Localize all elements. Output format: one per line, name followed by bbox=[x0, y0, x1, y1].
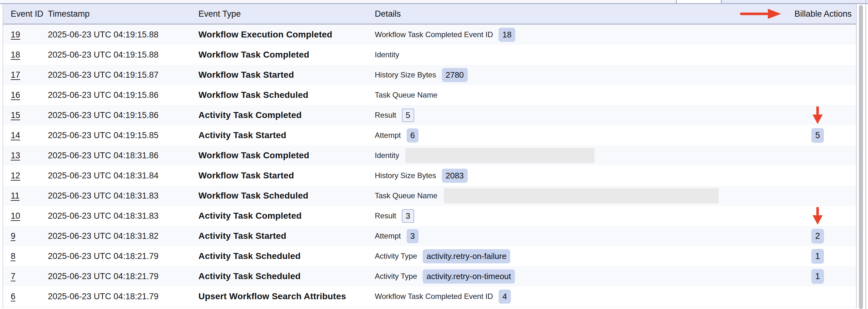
event-history-table: Event ID Timestamp Event Type Details Bi… bbox=[2, 4, 857, 308]
header-details: Details bbox=[375, 9, 779, 19]
annotation-arrow-right-icon bbox=[740, 4, 781, 24]
event-details: Workflow Task Completed Event ID 4 bbox=[375, 289, 779, 304]
billable-actions-cell: 1 bbox=[779, 266, 856, 286]
event-id-link[interactable]: 13 bbox=[11, 151, 20, 160]
event-id-link[interactable]: 14 bbox=[11, 131, 20, 140]
table-body: 19 2025-06-23 UTC 04:19:15.88 Workflow E… bbox=[3, 25, 856, 307]
event-details: Attempt 3 bbox=[375, 229, 779, 243]
event-details: Task Queue Name bbox=[375, 188, 779, 203]
table-row: 16 2025-06-23 UTC 04:19:15.86 Workflow T… bbox=[3, 85, 856, 105]
detail-label: Identity bbox=[375, 151, 399, 160]
detail-label: Workflow Task Completed Event ID bbox=[375, 292, 493, 301]
detail-value-badge: 6 bbox=[407, 128, 418, 142]
header-event-id: Event ID bbox=[3, 9, 48, 19]
table-row: 10 2025-06-23 UTC 04:18:31.83 Activity T… bbox=[3, 206, 856, 226]
annotation-arrow-down-icon bbox=[812, 207, 823, 225]
detail-label: History Size Bytes bbox=[375, 70, 436, 79]
timestamp-text: 2025-06-23 UTC 04:18:21.79 bbox=[48, 251, 158, 261]
detail-label: Result bbox=[375, 211, 396, 220]
event-type-text: Activity Task Completed bbox=[198, 211, 302, 220]
timestamp-text: 2025-06-23 UTC 04:19:15.85 bbox=[48, 131, 158, 140]
redacted-value-block bbox=[405, 148, 594, 163]
event-id-link[interactable]: 19 bbox=[11, 30, 20, 39]
event-details: Task Queue Name bbox=[375, 91, 779, 99]
table-row: 13 2025-06-23 UTC 04:18:31.86 Workflow T… bbox=[3, 145, 856, 166]
timestamp-text: 2025-06-23 UTC 04:18:31.83 bbox=[48, 211, 158, 220]
detail-value-badge: 2780 bbox=[442, 68, 468, 82]
event-id-link[interactable]: 18 bbox=[11, 50, 20, 60]
billable-actions-cell bbox=[779, 45, 856, 65]
timestamp-text: 2025-06-23 UTC 04:18:21.79 bbox=[48, 272, 158, 281]
event-details: Identity bbox=[375, 50, 779, 59]
event-id-link[interactable]: 7 bbox=[11, 272, 16, 281]
event-details: Identity bbox=[375, 148, 779, 163]
event-id-link[interactable]: 17 bbox=[11, 70, 20, 80]
timestamp-text: 2025-06-23 UTC 04:18:31.84 bbox=[48, 171, 158, 180]
timestamp-text: 2025-06-23 UTC 04:18:31.82 bbox=[48, 231, 158, 241]
billable-actions-cell: 1 bbox=[779, 246, 856, 266]
event-id-link[interactable]: 12 bbox=[11, 171, 20, 180]
table-row: 6 2025-06-23 UTC 04:18:21.79 Upsert Work… bbox=[3, 286, 856, 307]
detail-label: History Size Bytes bbox=[375, 171, 436, 180]
event-id-link[interactable]: 8 bbox=[11, 251, 16, 261]
table-row: 11 2025-06-23 UTC 04:18:31.83 Workflow T… bbox=[3, 186, 856, 206]
detail-label: Task Queue Name bbox=[375, 191, 437, 200]
strip-segment-left bbox=[0, 0, 676, 3]
detail-label: Activity Type bbox=[375, 272, 417, 281]
detail-label: Result bbox=[375, 111, 396, 119]
strip-segment-middle bbox=[676, 0, 722, 3]
billable-actions-cell bbox=[779, 166, 856, 186]
detail-value-badge: 2083 bbox=[442, 169, 468, 183]
billable-actions-cell bbox=[779, 85, 856, 105]
timestamp-text: 2025-06-23 UTC 04:18:31.86 bbox=[48, 151, 158, 160]
event-details: Workflow Task Completed Event ID 18 bbox=[375, 28, 779, 42]
event-type-text: Workflow Task Scheduled bbox=[198, 191, 308, 200]
table-row: 19 2025-06-23 UTC 04:19:15.88 Workflow E… bbox=[3, 25, 856, 45]
header-event-type: Event Type bbox=[198, 9, 375, 19]
billable-actions-cell bbox=[779, 25, 856, 45]
window-right-edge bbox=[866, 0, 866, 309]
table-row: 17 2025-06-23 UTC 04:19:15.87 Workflow T… bbox=[3, 65, 856, 85]
billable-actions-cell: 5 bbox=[779, 125, 856, 145]
event-type-text: Activity Task Scheduled bbox=[198, 271, 301, 281]
detail-value-badge: 5 bbox=[402, 109, 414, 122]
timestamp-text: 2025-06-23 UTC 04:19:15.86 bbox=[48, 110, 158, 120]
event-details: History Size Bytes 2780 bbox=[375, 68, 779, 82]
event-id-link[interactable]: 16 bbox=[11, 90, 20, 100]
strip-segment-right bbox=[722, 0, 868, 3]
event-type-text: Workflow Execution Completed bbox=[198, 30, 332, 39]
event-id-link[interactable]: 9 bbox=[11, 231, 16, 241]
event-type-text: Workflow Task Started bbox=[198, 70, 294, 80]
table-header-row: Event ID Timestamp Event Type Details Bi… bbox=[3, 4, 856, 25]
event-details: Activity Type activity.retry-on-failure bbox=[375, 249, 779, 263]
detail-value-badge: activity.retry-on-failure bbox=[423, 249, 510, 263]
event-type-text: Workflow Task Completed bbox=[198, 50, 309, 60]
billable-actions-cell bbox=[779, 206, 856, 226]
event-id-link[interactable]: 11 bbox=[11, 191, 20, 200]
event-details: Result 5 bbox=[375, 109, 779, 122]
event-type-text: Workflow Task Completed bbox=[198, 150, 309, 160]
event-type-text: Activity Task Started bbox=[198, 130, 286, 140]
detail-label: Attempt bbox=[375, 232, 401, 240]
vertical-scrollbar[interactable] bbox=[859, 5, 863, 309]
timestamp-text: 2025-06-23 UTC 04:19:15.86 bbox=[48, 90, 158, 100]
billable-count-badge: 2 bbox=[811, 229, 824, 244]
event-type-text: Workflow Task Started bbox=[198, 171, 294, 180]
timestamp-text: 2025-06-23 UTC 04:18:31.83 bbox=[48, 191, 158, 200]
event-type-text: Activity Task Scheduled bbox=[198, 251, 301, 261]
timestamp-text: 2025-06-23 UTC 04:19:15.88 bbox=[48, 50, 158, 60]
table-row: 12 2025-06-23 UTC 04:18:31.84 Workflow T… bbox=[3, 166, 856, 186]
billable-actions-cell bbox=[779, 286, 856, 307]
event-id-link[interactable]: 6 bbox=[11, 292, 16, 301]
detail-label: Workflow Task Completed Event ID bbox=[375, 30, 493, 39]
event-id-link[interactable]: 15 bbox=[11, 110, 20, 120]
table-row: 8 2025-06-23 UTC 04:18:21.79 Activity Ta… bbox=[3, 246, 856, 266]
event-type-text: Activity Task Completed bbox=[198, 110, 302, 120]
clipped-toolbar-strip bbox=[0, 0, 868, 4]
redacted-value-block bbox=[444, 188, 719, 203]
event-type-text: Workflow Task Scheduled bbox=[198, 90, 308, 100]
detail-label: Identity bbox=[375, 50, 399, 59]
event-id-link[interactable]: 10 bbox=[11, 211, 20, 220]
detail-label: Activity Type bbox=[375, 252, 417, 261]
event-details: Result 3 bbox=[375, 209, 779, 223]
